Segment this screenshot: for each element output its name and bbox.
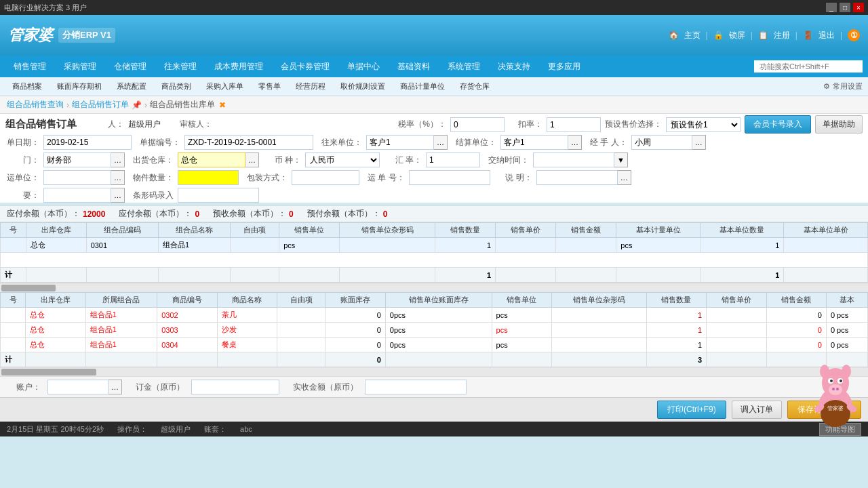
to-unit-input[interactable] [366,135,434,150]
minimize-button[interactable]: _ [826,3,837,12]
logout-label[interactable]: 退出 [818,30,835,41]
nav-voucher[interactable]: 单据中心 [339,58,388,75]
barcode-input[interactable] [178,188,259,203]
settle-unit-input[interactable] [500,135,568,150]
require-input[interactable] [43,188,111,203]
nav-warehouse[interactable]: 仓储管理 [106,58,155,75]
trans-unit-input[interactable] [43,170,111,185]
close-button[interactable]: × [853,3,864,12]
info-icon[interactable]: ① [848,29,860,41]
subnav-warehouse[interactable]: 存货仓库 [453,80,496,93]
pack-method-input[interactable] [292,170,359,185]
upper-scroll-thumb[interactable] [1,285,56,291]
subnav-config[interactable]: 系统配置 [110,80,153,93]
warehouse-btn[interactable]: … [245,152,259,167]
warehouse-input[interactable] [178,152,245,167]
account-input[interactable] [47,380,108,394]
trade-time-btn[interactable]: ▼ [614,152,628,167]
settings-label[interactable]: 常用设置 [833,81,863,92]
dept-btn[interactable]: … [111,152,125,167]
lock-label[interactable]: 锁屏 [729,30,745,41]
member-card-button[interactable]: 会员卡号录入 [745,115,811,134]
lower-table-header: 号 出库仓库 所属组合品 商品编号 商品名称 自由项 账面库存 销售单位账面库存… [1,293,868,308]
note-btn[interactable]: … [618,170,631,185]
actual-input[interactable] [365,380,467,394]
lrow1-base: 0 pcs [826,308,867,323]
lrow1-free [277,308,326,323]
require-btn[interactable]: … [111,188,125,203]
print-button[interactable]: 打印(Ctrl+F9) [657,401,726,419]
lcol-qty: 销售数量 [646,293,706,308]
trans-unit-btn[interactable]: … [111,170,125,185]
logout-icon[interactable]: 🚪 [803,30,813,40]
subnav-retail[interactable]: 零售单 [252,80,288,93]
preset-price-select[interactable]: 预设售价1 [666,117,741,132]
upper-table: 号 出库仓库 组合品编码 组合品名称 自由项 销售单位 销售单位杂形码 销售数量… [0,222,868,283]
subnav-uom[interactable]: 商品计量单位 [393,80,452,93]
col-combo-code: 组合品编码 [86,223,158,238]
form-row-3: 运单位： … 物件数量： 包装方式： 运 单 号： 说 明： … [5,170,863,185]
status-account-label: 账套： [204,424,226,434]
nav-basic[interactable]: 基础资料 [389,58,438,75]
nav-member[interactable]: 会员卡券管理 [273,58,338,75]
upper-scroll-bar[interactable] [0,283,868,292]
trade-time-group: ▼ [533,152,628,167]
dept-input[interactable] [43,152,111,167]
nav-decision[interactable]: 决策支持 [490,58,538,75]
nav-cost[interactable]: 成本费用管理 [206,58,271,75]
parts-qty-input[interactable] [178,170,239,185]
lrow2-barcode [551,323,646,338]
app-header: 管家婆 分销ERP V1 🏠 主页 | 🔒 锁屏 | 📋 注册 | 🚪 退出 |… [0,15,868,56]
breadcrumb-close-icon[interactable]: ✖ [219,100,226,110]
subnav-product-archive[interactable]: 商品档案 [5,80,49,93]
register-icon[interactable]: 📋 [758,30,768,40]
lock-icon[interactable]: 🔒 [713,30,724,40]
nav-purchase[interactable]: 采购管理 [56,58,104,75]
settle-unit-btn[interactable]: … [568,135,582,150]
nav-sales[interactable]: 销售管理 [5,58,54,75]
exchange-label: 汇 率： [388,155,422,166]
subnav-category[interactable]: 商品类别 [155,80,198,93]
trans-unit-label: 运单位： [5,172,39,184]
discount-input[interactable] [547,117,601,132]
lower-scroll-thumb[interactable] [1,369,96,375]
import-button[interactable]: 调入订单 [732,401,782,419]
nav-more[interactable]: 更多应用 [540,58,589,75]
subnav-purchase-in[interactable]: 采购入库单 [199,80,250,93]
cell-unit: pcs [279,238,340,253]
breadcrumb-combo-query[interactable]: 组合品销售查询 [7,99,64,110]
handler-btn[interactable]: … [692,135,706,150]
account-btn[interactable]: … [108,380,122,394]
exchange-input[interactable] [426,152,480,167]
home-label[interactable]: 主页 [684,30,701,41]
ls-name [217,352,277,367]
tax-rate-input[interactable] [450,117,505,132]
home-icon[interactable]: 🏠 [669,30,679,40]
register-label[interactable]: 注册 [774,30,790,41]
subnav-history[interactable]: 经营历程 [289,80,332,93]
date-input[interactable] [43,135,132,150]
lrow2-free [277,323,326,338]
nav-system[interactable]: 系统管理 [439,58,488,75]
handler-input[interactable] [631,135,692,150]
to-unit-btn[interactable]: … [434,135,448,150]
breadcrumb-combo-order[interactable]: 组合品销售订单 [72,99,129,110]
help-button[interactable]: 单据助助 [815,115,863,134]
waybill-input[interactable] [409,170,490,185]
lcol-price: 销售单价 [707,293,766,308]
cell-barcode [340,238,435,253]
nav-contact[interactable]: 往来管理 [156,58,205,75]
lrow1-code: 0302 [157,308,217,323]
table-row: 总仓 0301 组合品1 pcs 1 pcs 1 [1,238,868,253]
window-controls[interactable]: _ □ × [826,3,864,12]
maximize-button[interactable]: □ [840,3,850,12]
nav-search-input[interactable] [754,60,863,73]
subnav-price-rules[interactable]: 取价规则设置 [334,80,392,93]
note-input[interactable] [536,170,618,185]
currency-select[interactable]: 人民币 [305,152,380,167]
order-input[interactable] [191,380,279,394]
bill-no-input[interactable] [184,135,313,150]
lower-scroll-bar[interactable] [0,367,868,376]
trade-time-input[interactable] [533,152,614,167]
subnav-stock-init[interactable]: 账面库存期初 [50,80,108,93]
